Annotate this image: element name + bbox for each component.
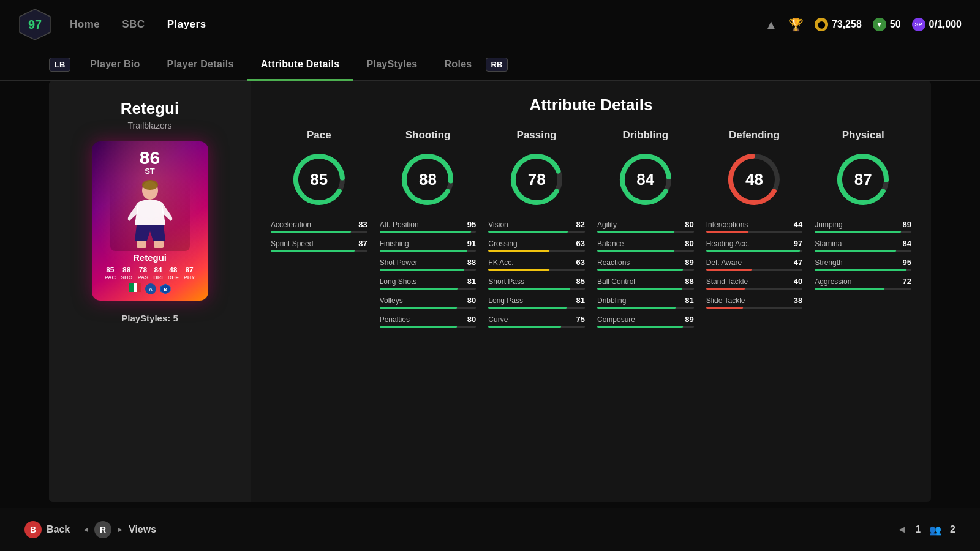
views-control[interactable]: ◄ R ► Views <box>82 521 156 538</box>
shield-icon: ▲ <box>765 18 777 32</box>
stat-bar-fill-3-2 <box>597 269 683 271</box>
player-panel: Retegui Trailblazers 86 ST <box>49 81 251 502</box>
points-value: 50 <box>890 19 901 30</box>
gauge-value-4: 48 <box>745 170 763 189</box>
stat-value-1-0: 95 <box>467 220 476 229</box>
card-rating: 86 <box>140 149 160 167</box>
stat-name-4-2: Def. Aware <box>706 258 742 267</box>
stat-name-3-0: Agility <box>597 220 617 229</box>
nav-sbc[interactable]: SBC <box>122 18 145 31</box>
stat-bar-bg-5-1 <box>815 250 911 252</box>
nav-home[interactable]: Home <box>70 18 100 31</box>
gauge-value-1: 88 <box>419 170 437 189</box>
attr-col-header-5: Physical <box>842 129 884 141</box>
stat-row-2-5: Curve 75 <box>488 315 585 328</box>
bottom-left: B Back ◄ R ► Views <box>24 521 156 538</box>
stat-bar-fill-4-2 <box>706 269 752 271</box>
views-label: Views <box>129 524 156 535</box>
attr-col-header-3: Dribbling <box>623 129 669 141</box>
b-button: B <box>24 521 42 538</box>
main-content: Retegui Trailblazers 86 ST <box>49 81 931 502</box>
gauge-dribbling: 84 <box>615 149 676 210</box>
stat-name-3-3: Ball Control <box>597 277 635 286</box>
stat-value-3-4: 81 <box>685 296 693 305</box>
card-stat-pas: 78 PAS <box>138 266 149 280</box>
stat-bar-fill-1-5 <box>380 326 457 328</box>
stat-bar-bg-2-2 <box>488 269 585 271</box>
tab-attribute-details[interactable]: Attribute Details <box>247 49 353 81</box>
nav-players[interactable]: Players <box>167 18 206 31</box>
stat-bar-fill-5-2 <box>815 269 907 271</box>
stat-name-0-1: Sprint Speed <box>271 239 313 248</box>
stat-bar-bg-1-0 <box>380 231 477 233</box>
stat-name-1-3: Long Shots <box>380 277 417 286</box>
stat-bar-bg-3-2 <box>597 269 694 271</box>
tab-player-details[interactable]: Player Details <box>154 49 247 81</box>
stat-value-5-3: 72 <box>903 277 911 286</box>
svg-rect-5 <box>154 241 164 248</box>
svg-point-3 <box>142 180 158 190</box>
gauge-passing: 78 <box>506 149 567 210</box>
stat-value-3-5: 89 <box>685 315 693 324</box>
gauge-value-2: 78 <box>528 170 546 189</box>
stat-value-3-3: 88 <box>685 277 693 286</box>
attr-col-header-2: Passing <box>517 129 557 141</box>
stat-name-4-0: Interceptions <box>706 220 748 229</box>
player-silhouette <box>113 179 187 250</box>
stat-value-3-2: 89 <box>685 258 693 267</box>
gauge-value-3: 84 <box>636 170 654 189</box>
stat-value-1-3: 81 <box>467 277 476 286</box>
back-control[interactable]: B Back <box>24 521 70 538</box>
stat-name-1-5: Penalties <box>380 315 410 324</box>
stat-bar-bg-1-2 <box>380 269 477 271</box>
stat-bar-fill-1-0 <box>380 231 472 233</box>
right-arrow-icon: ► <box>116 525 124 534</box>
players-number: 2 <box>950 524 956 535</box>
gauge-value-5: 87 <box>854 170 872 189</box>
stat-bar-fill-2-2 <box>488 269 549 271</box>
coins-display: ⬤ 73,258 <box>815 18 862 31</box>
player-subtitle: Trailblazers <box>128 121 172 130</box>
tab-roles[interactable]: Roles <box>431 49 486 81</box>
stat-bar-fill-5-1 <box>815 250 895 252</box>
stat-value-4-4: 38 <box>794 296 802 305</box>
svg-text:B: B <box>164 287 167 291</box>
tab-player-bio[interactable]: Player Bio <box>77 49 153 81</box>
nav-right: ▲ 🏆 ⬤ 73,258 ▼ 50 SP 0/1,000 <box>765 17 962 32</box>
stat-bar-bg-0-0 <box>271 231 368 233</box>
stat-bar-bg-2-3 <box>488 288 585 290</box>
lb-trigger[interactable]: LB <box>49 58 70 72</box>
card-player-name: Retegui <box>133 252 167 263</box>
attr-columns: Pace 85 Acceleration 83 Sprint Speed 87 <box>271 129 911 328</box>
card-stats-row: 85 PAC 88 SHO 78 PAS 84 DRI <box>105 266 195 280</box>
stat-bar-fill-3-1 <box>597 250 674 252</box>
stat-name-2-1: Crossing <box>488 239 517 248</box>
attr-col-header-4: Defending <box>729 129 780 141</box>
stat-bar-bg-1-4 <box>380 307 477 309</box>
card-position: ST <box>145 167 155 175</box>
stat-bar-bg-1-3 <box>380 288 477 290</box>
points-icon: ▼ <box>873 18 886 31</box>
stat-bar-fill-1-1 <box>380 250 467 252</box>
back-label: Back <box>47 524 70 535</box>
card-content: 86 ST <box>92 141 208 294</box>
attr-col-physical: Physical 87 Jumping 89 Stamina 84 <box>815 129 911 328</box>
stat-bar-bg-4-0 <box>706 231 803 233</box>
stat-row-2-4: Long Pass 81 <box>488 296 585 309</box>
stat-row-2-1: Crossing 63 <box>488 239 585 252</box>
stat-row-5-0: Jumping 89 <box>815 220 911 233</box>
stat-value-5-1: 84 <box>903 239 911 248</box>
tab-playstyles[interactable]: PlayStyles <box>353 49 431 81</box>
stat-bar-fill-5-0 <box>815 231 900 233</box>
stat-name-3-5: Composure <box>597 315 635 324</box>
stat-name-5-0: Jumping <box>815 220 842 229</box>
attr-col-shooting: Shooting 88 Att. Position 95 Finishing 9… <box>380 129 477 328</box>
gauge-physical: 87 <box>832 149 894 210</box>
stat-name-4-1: Heading Acc. <box>706 239 750 248</box>
stat-bar-fill-0-0 <box>271 231 351 233</box>
stat-bar-bg-3-0 <box>597 231 694 233</box>
stat-row-4-2: Def. Aware 47 <box>706 258 803 271</box>
rb-trigger[interactable]: RB <box>486 58 508 72</box>
italy-flag-icon <box>129 283 141 292</box>
stat-bar-bg-3-5 <box>597 326 694 328</box>
